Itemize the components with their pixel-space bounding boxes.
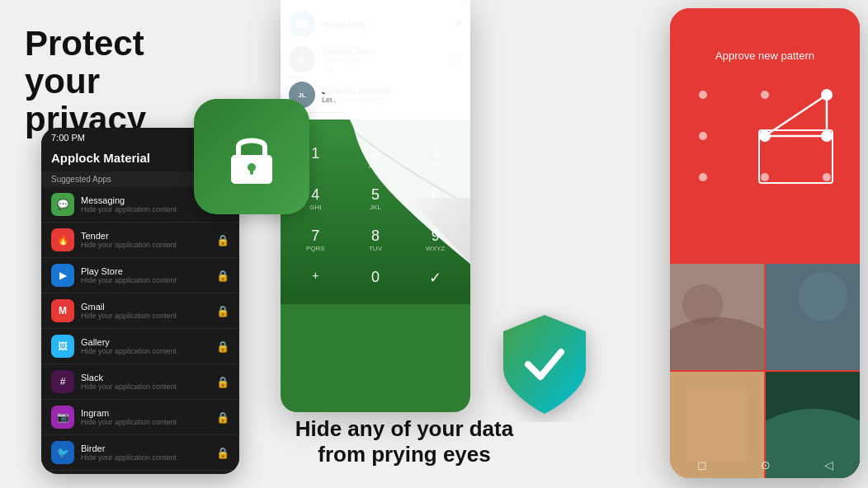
svg-point-6 bbox=[761, 91, 769, 99]
app-icon-gallery: 🖼 bbox=[51, 335, 74, 358]
list-item: # Slack Hide your application content 🔒 bbox=[41, 364, 239, 400]
pin-icon: 📌 bbox=[452, 20, 462, 29]
svg-point-5 bbox=[699, 91, 707, 99]
message-item: image.jpeg 📌 bbox=[289, 7, 462, 42]
nav-bar: ◻ ⊙ ◁ bbox=[670, 458, 860, 472]
svg-point-21 bbox=[799, 272, 847, 321]
app-desc: Hide your application content bbox=[81, 241, 216, 249]
key-5[interactable]: 5JKL bbox=[349, 181, 403, 216]
app-icon-gmail: M bbox=[51, 299, 74, 322]
nav-back-icon: ◁ bbox=[824, 458, 833, 472]
message-info: Pixsellz Team Hasan Web GIF bbox=[322, 47, 439, 73]
lock-icon: 🔒 bbox=[216, 411, 229, 424]
list-item: 🐦 Birder Hide your application content 🔒 bbox=[41, 435, 239, 471]
app-name: Ingram bbox=[81, 408, 216, 418]
app-desc: Hide your application content bbox=[81, 418, 216, 426]
app-desc: Hide your application content bbox=[81, 312, 216, 320]
lock-icon: 🔒 bbox=[216, 234, 229, 246]
app-info: Slack Hide your application content bbox=[81, 373, 216, 391]
lock-icon: 🔒 bbox=[216, 270, 229, 282]
app-desc: Hide your application content bbox=[81, 453, 216, 462]
list-item: 📷 Ingram Hide your application content 🔒 bbox=[41, 400, 239, 435]
photo-cell-1 bbox=[670, 264, 764, 370]
lock-icon: 🔒 bbox=[216, 376, 229, 388]
phone-middle: image.jpeg 📌 P Pixsellz Team Hasan Web G… bbox=[281, 0, 470, 412]
hero-title: Protect your privacy bbox=[25, 25, 206, 139]
svg-point-12 bbox=[761, 173, 769, 181]
keypad-grid: 1 2ABC 3DEF 4GHI 5JKL 6MNO 7PQRS 8TUV 9W… bbox=[289, 140, 462, 292]
status-time: 7:00 PM bbox=[51, 133, 85, 143]
phone-right-top: Approve new pattern bbox=[670, 8, 860, 70]
list-item: 🔥 Tender Hide your application content 🔒 bbox=[41, 223, 239, 258]
messages-section: image.jpeg 📌 P Pixsellz Team Hasan Web G… bbox=[281, 0, 470, 120]
app-name: Tender bbox=[81, 231, 216, 241]
app-info: Tender Hide your application content bbox=[81, 231, 216, 249]
key-3[interactable]: 3DEF bbox=[408, 140, 462, 175]
message-badge: ✓ 9/29 bbox=[439, 55, 462, 63]
lock-icon: 🔒 bbox=[216, 340, 229, 353]
photo-cell-2 bbox=[766, 264, 860, 370]
app-icon-playstore: ▶ bbox=[51, 264, 74, 287]
app-icon-ingram: 📷 bbox=[51, 406, 74, 429]
app-name: Slack bbox=[81, 373, 216, 382]
app-desc: Hide your application content bbox=[81, 382, 216, 391]
message-sub: Hasan Web bbox=[322, 56, 439, 64]
key-8[interactable]: 8TUV bbox=[349, 223, 403, 257]
list-item: M Gmail Hide your application content 🔒 bbox=[41, 293, 239, 329]
title-line1: Protect your bbox=[25, 24, 144, 101]
list-item: 🖼 Gallery Hide your application content … bbox=[41, 329, 239, 364]
photo-grid bbox=[670, 264, 860, 478]
approve-text: Approve new pattern bbox=[682, 49, 847, 62]
key-6[interactable]: 6MNO bbox=[408, 181, 462, 216]
app-title: Applock Material bbox=[51, 151, 150, 165]
app-info: Ingram Hide your application content bbox=[81, 408, 216, 426]
lock-card bbox=[194, 99, 309, 214]
key-0[interactable]: 0 bbox=[349, 264, 403, 292]
app-info: Play Store Hide your application content bbox=[81, 266, 216, 284]
svg-point-8 bbox=[699, 132, 707, 140]
shield-container bbox=[487, 307, 602, 422]
key-2[interactable]: 2ABC bbox=[349, 140, 403, 175]
svg-point-11 bbox=[699, 173, 707, 181]
nav-square-icon: ◻ bbox=[697, 458, 707, 472]
message-info: image.jpeg bbox=[322, 20, 452, 29]
message-sender: Pixsellz Team bbox=[322, 47, 439, 56]
message-item: P Pixsellz Team Hasan Web GIF ✓ 9/29 bbox=[289, 42, 462, 77]
nav-circle-icon: ⊙ bbox=[761, 458, 771, 472]
svg-rect-2 bbox=[250, 168, 253, 175]
app-desc: Hide your application content bbox=[81, 205, 216, 214]
app-desc: Hide your application content bbox=[81, 276, 216, 284]
lock-icon: 🔒 bbox=[216, 447, 229, 459]
message-avatar bbox=[289, 11, 315, 37]
pattern-area bbox=[670, 70, 860, 205]
app-desc: Hide your application content bbox=[81, 347, 216, 355]
app-icon-birder: 🐦 bbox=[51, 441, 74, 464]
app-icon-slack: # bbox=[51, 370, 74, 393]
app-info: Gallery Hide your application content bbox=[81, 337, 216, 355]
hero-section: Protect your privacy bbox=[25, 25, 206, 139]
lock-icon: 🔒 bbox=[216, 305, 229, 317]
app-info: Birder Hide your application content bbox=[81, 443, 216, 462]
app-name: Play Store bbox=[81, 266, 216, 276]
message-avatar: P bbox=[289, 46, 315, 73]
key-plus[interactable]: + bbox=[289, 264, 342, 292]
message-text: GIF bbox=[322, 64, 439, 73]
app-icon-tender: 🔥 bbox=[51, 228, 74, 251]
message-sender: Joshua Lawrence bbox=[322, 87, 462, 96]
key-7[interactable]: 7PQRS bbox=[289, 223, 342, 257]
message-file-name: image.jpeg bbox=[322, 20, 452, 29]
app-icon-messaging: 💬 bbox=[51, 193, 74, 216]
app-name: Birder bbox=[81, 443, 216, 453]
key-check[interactable]: ✓ bbox=[408, 264, 462, 292]
cta-line2: from prying eyes bbox=[318, 442, 491, 467]
app-name: Gmail bbox=[81, 302, 216, 312]
cta-line1: Hide any of your data bbox=[295, 416, 513, 441]
svg-point-13 bbox=[823, 173, 831, 181]
key-9[interactable]: 9WXYZ bbox=[408, 223, 462, 257]
suggested-apps-label: Suggested Apps bbox=[51, 175, 111, 184]
message-item: JL Joshua Lawrence Let's choose the f... bbox=[289, 77, 462, 113]
shield-icon bbox=[487, 307, 602, 422]
pattern-svg bbox=[686, 78, 843, 194]
message-info: Joshua Lawrence Let's choose the f... bbox=[322, 87, 462, 104]
phone-right: Approve new pattern bbox=[670, 8, 860, 478]
